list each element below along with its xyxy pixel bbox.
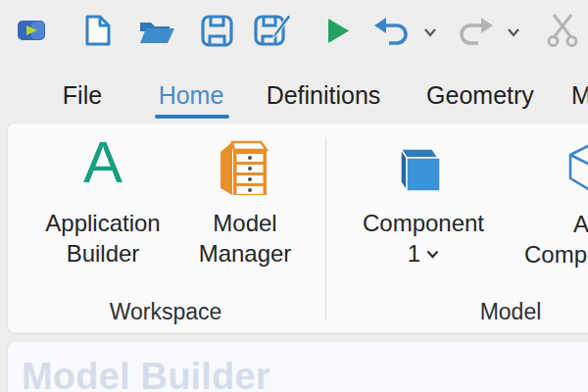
- chevron-down-icon: [507, 27, 520, 37]
- tab-materials-clipped[interactable]: M: [571, 80, 588, 110]
- wireframe-box-icon: [566, 143, 588, 192]
- save-button[interactable]: [201, 15, 233, 47]
- component-dropdown-chevron-icon[interactable]: [426, 250, 439, 259]
- undo-dropdown-button[interactable]: [422, 26, 437, 37]
- application-builder-icon[interactable]: A: [83, 133, 122, 192]
- ribbon-group-separator: [325, 137, 326, 319]
- model-manager-icon[interactable]: [218, 138, 269, 197]
- application-builder-label-line2: Builder: [45, 238, 160, 269]
- add-component-icon[interactable]: [566, 143, 588, 192]
- save-icon: [201, 15, 233, 47]
- undo-icon: [373, 17, 410, 47]
- redo-icon: [458, 17, 494, 47]
- cut-button[interactable]: [545, 12, 580, 49]
- chevron-down-icon: [423, 27, 437, 37]
- tab-file[interactable]: File: [63, 80, 102, 110]
- tab-definitions[interactable]: Definitions: [267, 80, 381, 110]
- new-file-button[interactable]: [82, 14, 114, 47]
- tab-home[interactable]: Home: [159, 80, 224, 110]
- add-component-button-line2[interactable]: Component: [524, 239, 588, 270]
- model-manager-button[interactable]: Model Manager: [199, 208, 292, 269]
- active-tab-underline: [155, 115, 229, 119]
- application-builder-label-line1: Application: [45, 208, 160, 238]
- component-label-line1: Component: [363, 208, 484, 238]
- save-as-button[interactable]: [254, 13, 293, 49]
- application-builder-button[interactable]: Application Builder: [45, 208, 160, 269]
- tab-geometry[interactable]: Geometry: [426, 80, 534, 110]
- undo-button[interactable]: [373, 17, 410, 47]
- redo-button[interactable]: [458, 17, 494, 47]
- component-number: 1: [408, 240, 420, 267]
- model-manager-label-line1: Model: [199, 208, 292, 238]
- component-icon[interactable]: [398, 142, 443, 193]
- model-builder-title: Model Builder: [22, 356, 270, 392]
- app-logo-glyph: [17, 19, 46, 42]
- add-component-button-line1[interactable]: Add: [573, 209, 588, 239]
- group-label-workspace: Workspace: [110, 300, 222, 323]
- app-logo-icon[interactable]: [16, 18, 47, 43]
- open-folder-icon: [138, 17, 175, 46]
- cut-scissors-icon: [546, 13, 579, 48]
- group-label-model: Model: [480, 300, 542, 323]
- cabinet-icon: [218, 138, 269, 197]
- new-file-icon: [83, 15, 113, 46]
- open-file-button[interactable]: [138, 17, 175, 46]
- component-label-line2: 1: [363, 238, 484, 269]
- component-button[interactable]: Component 1: [363, 208, 484, 269]
- model-manager-label-line2: Manager: [199, 238, 292, 269]
- run-button[interactable]: [326, 18, 350, 44]
- save-as-icon: [254, 13, 293, 49]
- run-icon: [326, 18, 350, 44]
- redo-dropdown-button[interactable]: [506, 26, 520, 37]
- comsol-window: File Home Definitions Geometry M A Appli…: [0, 0, 588, 392]
- cube-icon: [398, 142, 443, 193]
